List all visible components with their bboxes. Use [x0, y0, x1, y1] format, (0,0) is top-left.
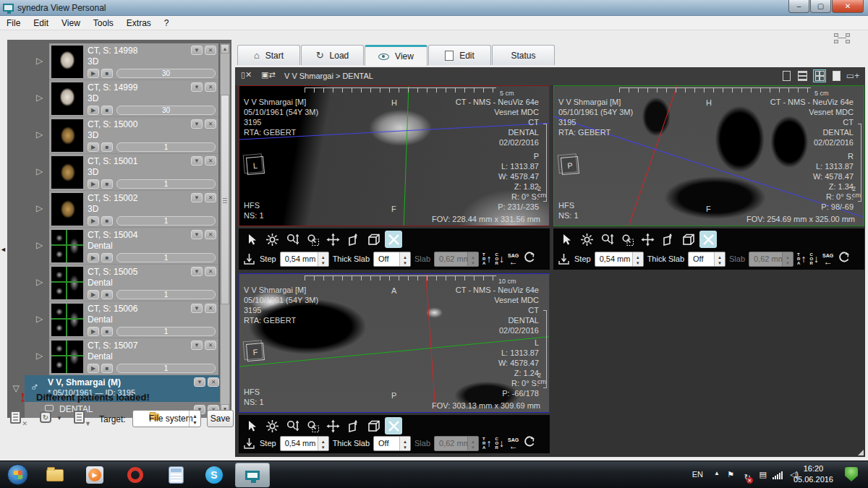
step-icon[interactable] [242, 252, 256, 266]
tab-status[interactable]: Status [492, 45, 555, 65]
thick-slab-spinner[interactable]: ▲▼ [714, 252, 725, 266]
series-menu-button[interactable]: ▼ [191, 156, 203, 166]
restore-button[interactable]: ▢ [810, 0, 831, 13]
stop-button[interactable]: ■ [101, 290, 113, 299]
series-thumbnail[interactable] [51, 119, 83, 152]
pointer-tool-icon[interactable] [243, 231, 260, 248]
scroll-up-button[interactable]: ▲ [221, 44, 229, 53]
play-button[interactable]: ▶ [88, 216, 99, 226]
cor-orientation-button[interactable]: COR↓ [495, 252, 504, 265]
tab-load[interactable]: ↻Load [301, 45, 364, 65]
series-menu-button[interactable]: ▼ [191, 230, 203, 239]
viewport-coronal[interactable]: 5 cm V V Shmargai [M]05/10/1961 (54Y 3M)… [239, 85, 550, 226]
volume-tool-icon[interactable] [365, 417, 382, 435]
stop-button[interactable]: ■ [101, 179, 113, 189]
title-bar[interactable]: synedra View Personal – ▢ ✕ [0, 0, 868, 16]
expander-icon[interactable]: ▷ [36, 129, 43, 140]
stop-button[interactable]: ■ [101, 253, 113, 262]
series-thumbnail[interactable] [51, 156, 83, 189]
series-close-button[interactable]: ✕ [205, 230, 216, 239]
series-menu-button[interactable]: ▼ [191, 304, 203, 313]
sag-orientation-button[interactable]: SAG← [508, 437, 519, 450]
zoom-region-tool-icon[interactable] [304, 417, 321, 435]
expander-icon[interactable]: ▷ [36, 351, 43, 361]
play-button[interactable]: ▶ [88, 364, 99, 373]
series-item[interactable]: ▷CT, S: 15006Dental▼✕▶■1 [49, 301, 218, 338]
series-menu-button[interactable]: ▼ [191, 267, 203, 276]
step-spinner[interactable]: ▲▼ [632, 252, 643, 266]
series-menu-button[interactable]: ▼ [191, 119, 203, 129]
sidebar-collapse-arrow[interactable]: ◄ [0, 246, 7, 260]
series-sync-icon[interactable]: ▣⇄ [261, 70, 276, 80]
series-progress[interactable]: 1 [116, 253, 216, 262]
opera-taskbar-icon[interactable] [126, 466, 145, 484]
series-close-button[interactable]: ✕ [205, 267, 216, 276]
viewport-axial[interactable]: 10 cm V V Shmargai [M]05/10/1961 (54Y 3M… [239, 273, 550, 413]
series-item[interactable]: ▷CT, S: 150013D▼✕▶■1 [49, 154, 218, 191]
series-item[interactable]: ▷CT, S: 149993D▼✕▶■30 [49, 80, 218, 117]
menu-view[interactable]: View [55, 18, 87, 28]
cor-orientation-button[interactable]: COR↓ [495, 437, 504, 450]
step-input[interactable]: 0,54 mm▲▼ [280, 436, 329, 451]
minimize-button[interactable]: – [788, 0, 809, 13]
play-button[interactable]: ▶ [88, 69, 99, 78]
close-button[interactable]: ✕ [832, 0, 864, 13]
thick-slab-spinner[interactable]: ▲▼ [399, 252, 410, 266]
series-close-button[interactable]: ✕ [205, 193, 216, 202]
undo-icon[interactable] [837, 252, 850, 266]
play-button[interactable]: ▶ [88, 106, 99, 115]
viewport-sagittal[interactable]: 5 cm V V Shmargai [M]05/10/1961 (54Y 3M)… [553, 85, 864, 226]
thick-slab-select[interactable]: Off▲▼ [688, 252, 726, 267]
series-menu-button[interactable]: ▼ [191, 82, 203, 92]
tab-view[interactable]: View [365, 45, 427, 66]
expander-icon[interactable]: ▷ [36, 203, 43, 213]
menu-extras[interactable]: Extras [120, 18, 158, 28]
pointer-tool-icon[interactable] [243, 417, 260, 435]
sync-error-icon[interactable]: ↻ [744, 473, 751, 481]
series-thumbnail[interactable] [51, 46, 83, 78]
expander-icon[interactable]: ▷ [36, 166, 43, 176]
window-level-tool-icon[interactable] [263, 417, 281, 435]
language-indicator[interactable]: EN [692, 470, 703, 479]
zoom-tool-icon[interactable] [284, 231, 301, 248]
action-center-flag-icon[interactable]: ⚑ [727, 470, 734, 479]
sag-orientation-button[interactable]: SAG← [822, 253, 833, 265]
close-view-icon[interactable]: ▯✕ [241, 70, 252, 80]
expander-icon[interactable]: ▷ [36, 314, 43, 324]
menu-edit[interactable]: Edit [27, 18, 55, 28]
step-icon[interactable] [242, 436, 256, 450]
slice-tool-icon[interactable] [344, 417, 362, 435]
menu-help[interactable]: ? [158, 18, 176, 28]
pan-tool-icon[interactable] [639, 231, 656, 248]
tra-orientation-button[interactable]: TRA↑ [797, 252, 806, 265]
window-level-tool-icon[interactable] [263, 231, 281, 248]
monitor-link-icon[interactable] [834, 33, 850, 43]
series-progress[interactable]: 1 [116, 327, 216, 336]
export-list-icon[interactable]: ✕ [9, 410, 26, 426]
series-item[interactable]: ▷CT, S: 150023D▼✕▶■1 [49, 191, 218, 228]
zoom-region-tool-icon[interactable] [618, 231, 636, 248]
zoom-tool-icon[interactable] [598, 231, 616, 248]
patient-menu-button[interactable]: ▼ [194, 377, 205, 387]
series-item[interactable]: ▷CT, S: 15004Dental▼✕▶■1 [49, 228, 218, 265]
slice-tool-icon[interactable] [659, 231, 676, 248]
series-thumbnail[interactable] [51, 230, 83, 262]
stop-button[interactable]: ■ [101, 142, 113, 152]
series-progress[interactable]: 1 [116, 364, 216, 373]
tra-orientation-button[interactable]: TRA↑ [482, 252, 491, 265]
expander-icon[interactable]: ▷ [36, 56, 43, 66]
show-hidden-icons[interactable]: ▲ [714, 470, 720, 476]
security-shield-icon[interactable] [845, 467, 858, 481]
start-button[interactable] [7, 464, 28, 485]
play-button[interactable]: ▶ [88, 327, 99, 336]
explorer-taskbar-icon[interactable] [46, 466, 64, 484]
series-close-button[interactable]: ✕ [205, 156, 216, 166]
single-view-icon[interactable] [780, 69, 793, 82]
clipboard-icon[interactable]: ▤ [760, 470, 767, 479]
series-close-button[interactable]: ✕ [205, 119, 216, 129]
stop-button[interactable]: ■ [101, 69, 113, 78]
filmstrip-icon[interactable] [796, 69, 809, 82]
step-spinner[interactable]: ▲▼ [318, 437, 328, 450]
thick-slab-spinner[interactable]: ▲▼ [399, 437, 410, 450]
step-input[interactable]: 0,54 mm▲▼ [595, 252, 644, 267]
